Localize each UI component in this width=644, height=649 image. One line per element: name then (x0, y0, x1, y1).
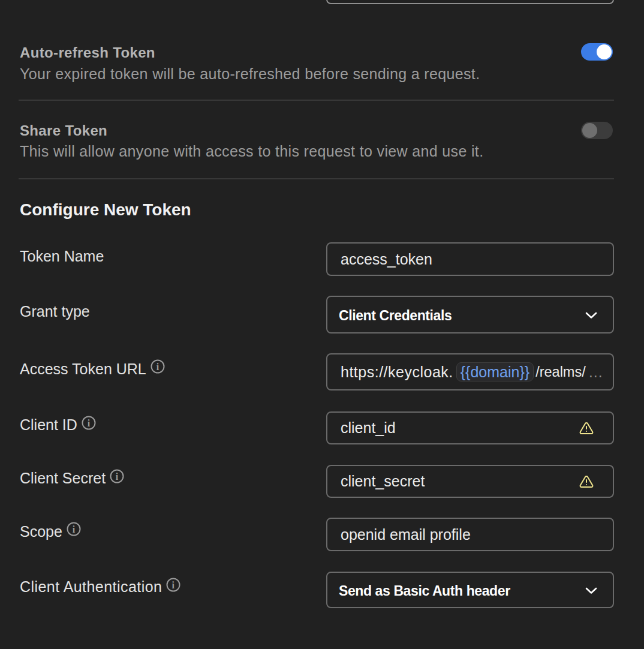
svg-text:i: i (88, 417, 91, 428)
svg-text:i: i (116, 471, 119, 481)
svg-text:i: i (73, 524, 76, 534)
svg-text:i: i (157, 362, 160, 372)
svg-text:i: i (172, 579, 175, 590)
